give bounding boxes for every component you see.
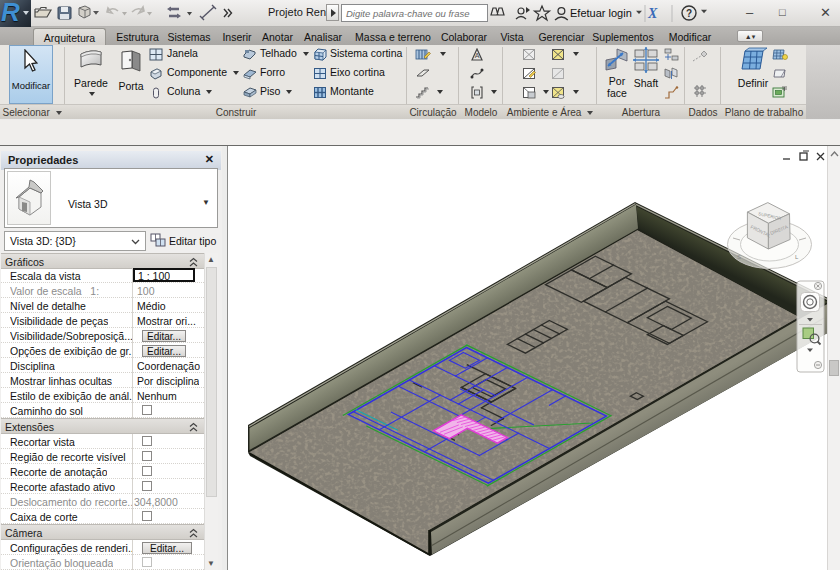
svg-text:S: S xyxy=(737,254,741,260)
svg-text:A: A xyxy=(475,52,480,59)
svg-text:Efetuar login: Efetuar login xyxy=(570,7,632,19)
svg-text:?: ? xyxy=(686,8,692,19)
svg-text:X: X xyxy=(647,6,658,21)
